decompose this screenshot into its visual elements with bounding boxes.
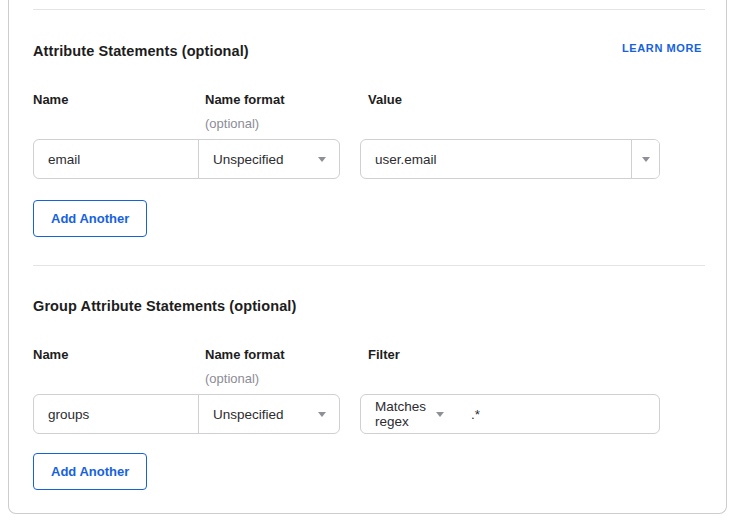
- group-attribute-filter-type-select[interactable]: Matches regex: [361, 395, 457, 433]
- group-attribute-filter-value-input[interactable]: [457, 395, 660, 433]
- column-header-name-format-note: (optional): [205, 371, 259, 386]
- attribute-name-input[interactable]: [34, 140, 198, 178]
- column-header-filter: Filter: [368, 347, 400, 362]
- add-another-attribute-button[interactable]: Add Another: [33, 200, 147, 237]
- attribute-name-format-value: Unspecified: [213, 152, 284, 167]
- attribute-value-dropdown-button[interactable]: [631, 140, 659, 178]
- add-another-group-attribute-button[interactable]: Add Another: [33, 453, 147, 490]
- column-header-name-format-note: (optional): [205, 116, 259, 131]
- column-header-name: Name: [33, 92, 68, 107]
- group-attribute-name-input[interactable]: [34, 395, 198, 433]
- caret-down-icon: [642, 157, 650, 162]
- group-attribute-statements-title: Group Attribute Statements (optional): [33, 298, 296, 314]
- learn-more-link[interactable]: LEARN MORE: [622, 42, 702, 54]
- column-header-name-format: Name format: [205, 347, 284, 362]
- settings-card: [8, 0, 727, 514]
- caret-down-icon: [318, 157, 326, 162]
- column-header-name: Name: [33, 347, 68, 362]
- caret-down-icon: [436, 412, 444, 417]
- group-attribute-filter-type-value: Matches regex: [375, 399, 426, 429]
- attribute-value-group: [360, 139, 660, 179]
- column-header-value: Value: [368, 92, 402, 107]
- group-attribute-row: Unspecified: [33, 394, 340, 434]
- attribute-value-input[interactable]: [361, 140, 631, 178]
- caret-down-icon: [318, 412, 326, 417]
- group-attribute-name-format-value: Unspecified: [213, 407, 284, 422]
- group-attribute-filter-group: Matches regex: [360, 394, 660, 434]
- group-attribute-name-format-select[interactable]: Unspecified: [198, 395, 339, 433]
- column-header-name-format: Name format: [205, 92, 284, 107]
- attribute-name-format-select[interactable]: Unspecified: [198, 140, 339, 178]
- section-divider: [33, 9, 705, 10]
- attribute-statements-title: Attribute Statements (optional): [33, 43, 249, 59]
- section-divider: [33, 265, 705, 266]
- attribute-row: Unspecified: [33, 139, 340, 179]
